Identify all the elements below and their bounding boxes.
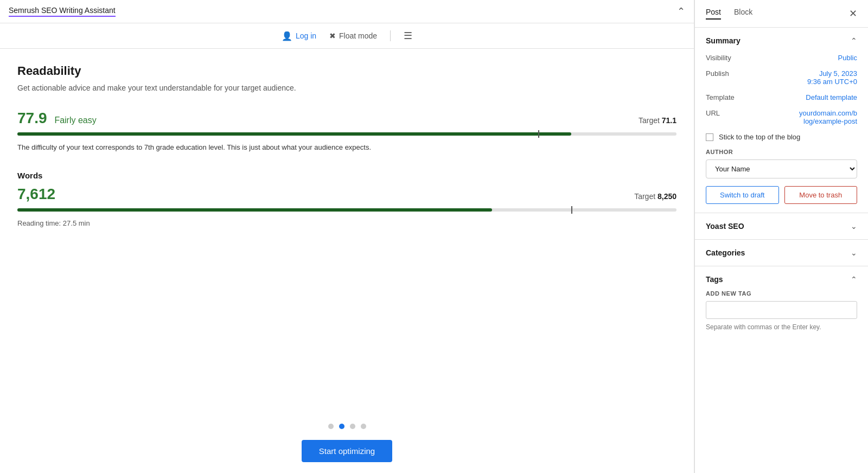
tag-hint: Separate with commas or the Enter key. <box>706 323 857 331</box>
categories-section: Categories ⌄ <box>695 240 868 266</box>
readability-description: Get actionable advice and make your text… <box>17 84 676 92</box>
url-key: URL <box>706 109 749 117</box>
publish-value[interactable]: July 5, 2023 9:36 am UTC+0 <box>807 69 857 86</box>
float-icon: ✖ <box>329 31 336 40</box>
right-tabs: Post Block <box>706 8 752 20</box>
words-value: 7,612 <box>17 186 55 203</box>
yoast-seo-title: Yoast SEO <box>706 222 744 231</box>
readability-title: Readability <box>17 64 676 78</box>
words-target: Target 8,250 <box>634 192 676 201</box>
template-value[interactable]: Default template <box>806 93 857 101</box>
summary-section: Summary ⌃ Visibility Public Publish July… <box>695 28 868 213</box>
summary-chevron-up-icon[interactable]: ⌃ <box>851 36 857 45</box>
add-tag-label: ADD NEW TAG <box>706 290 857 297</box>
plugin-header: Semrush SEO Writing Assistant ⌃ <box>0 0 694 23</box>
template-key: Template <box>706 93 749 101</box>
publish-key: Publish <box>706 69 749 78</box>
plugin-title: Semrush SEO Writing Assistant <box>9 6 116 17</box>
visibility-row: Visibility Public <box>706 54 857 62</box>
dots-row <box>328 424 366 429</box>
score-metric-row: 77.9 Fairly easy Target 71.1 <box>17 110 676 127</box>
main-content: Readability Get actionable advice and ma… <box>0 49 694 413</box>
tab-block[interactable]: Block <box>734 8 752 20</box>
tags-chevron-up-icon[interactable]: ⌃ <box>851 275 857 284</box>
tags-header: Tags ⌃ <box>706 275 857 284</box>
login-label: Log in <box>296 31 316 40</box>
tags-section: Tags ⌃ ADD NEW TAG Separate with commas … <box>695 266 868 340</box>
visibility-value[interactable]: Public <box>838 54 857 62</box>
categories-header[interactable]: Categories ⌄ <box>706 248 857 257</box>
publish-line1: July 5, 2023 <box>819 69 857 78</box>
chevron-up-icon[interactable]: ⌃ <box>677 5 685 17</box>
yoast-seo-header[interactable]: Yoast SEO ⌄ <box>706 222 857 231</box>
yoast-chevron-down-icon: ⌄ <box>851 222 857 231</box>
words-metric-row: 7,612 Target 8,250 <box>17 186 676 203</box>
readability-score-block: 77.9 Fairly easy Target 71.1 The difficu… <box>17 110 676 151</box>
url-row: URL yourdomain.com/b log/example-post <box>706 109 857 125</box>
toolbar: 👤 Log in ✖ Float mode ☰ <box>0 23 694 49</box>
words-label: Words <box>17 171 676 180</box>
url-line1: yourdomain.com/b <box>799 109 857 117</box>
tab-post[interactable]: Post <box>706 8 721 20</box>
categories-title: Categories <box>706 248 745 257</box>
sticky-label: Stick to the top of the blog <box>719 133 800 141</box>
bottom-section: Start optimizing <box>0 413 694 473</box>
dot-3[interactable] <box>350 424 355 429</box>
dot-2[interactable] <box>339 424 344 429</box>
right-panel: Post Block ✕ Summary ⌃ Visibility Public… <box>694 0 868 473</box>
float-mode-label: Float mode <box>339 31 377 40</box>
publish-line2: 9:36 am UTC+0 <box>807 78 857 86</box>
summary-header: Summary ⌃ <box>706 36 857 45</box>
url-value[interactable]: yourdomain.com/b log/example-post <box>799 109 857 125</box>
template-row: Template Default template <box>706 93 857 101</box>
score-description: The difficulty of your text corresponds … <box>17 143 676 151</box>
url-line2: log/example-post <box>803 117 857 125</box>
score-label: Fairly easy <box>54 116 96 125</box>
score-progress-marker <box>538 130 539 138</box>
user-icon: 👤 <box>282 31 292 41</box>
score-target: Target 71.1 <box>639 116 676 125</box>
toolbar-divider <box>390 30 391 41</box>
login-button[interactable]: 👤 Log in <box>282 31 316 41</box>
dot-1[interactable] <box>328 424 334 429</box>
score-progress-bar <box>17 132 676 136</box>
dot-4[interactable] <box>361 424 366 429</box>
score-value: 77.9 <box>17 110 47 126</box>
float-mode-button[interactable]: ✖ Float mode <box>329 31 377 40</box>
start-optimizing-button[interactable]: Start optimizing <box>302 440 392 462</box>
visibility-key: Visibility <box>706 54 749 62</box>
author-section: AUTHOR Your Name <box>706 149 857 178</box>
publish-row: Publish July 5, 2023 9:36 am UTC+0 <box>706 69 857 86</box>
categories-chevron-down-icon: ⌄ <box>851 248 857 257</box>
words-block: Words 7,612 Target 8,250 Reading time: 2… <box>17 171 676 227</box>
plugin-header-controls: ⌃ <box>677 5 685 17</box>
sticky-checkbox[interactable] <box>706 133 713 141</box>
summary-title: Summary <box>706 36 741 45</box>
score-progress-fill <box>17 132 571 136</box>
close-icon[interactable]: ✕ <box>849 8 857 20</box>
switch-to-draft-button[interactable]: Switch to draft <box>706 186 779 204</box>
sticky-checkbox-row: Stick to the top of the blog <box>706 133 857 141</box>
tags-title: Tags <box>706 275 723 284</box>
yoast-seo-section: Yoast SEO ⌄ <box>695 213 868 240</box>
reading-time: Reading time: 27.5 min <box>17 219 676 227</box>
author-label: AUTHOR <box>706 149 857 155</box>
tag-input[interactable] <box>706 301 857 319</box>
left-panel: Semrush SEO Writing Assistant ⌃ 👤 Log in… <box>0 0 694 473</box>
action-buttons: Switch to draft Move to trash <box>706 186 857 204</box>
words-progress-marker <box>571 206 572 214</box>
right-panel-header: Post Block ✕ <box>695 0 868 28</box>
author-select[interactable]: Your Name <box>706 159 857 178</box>
score-left: 77.9 Fairly easy <box>17 110 97 127</box>
menu-icon[interactable]: ☰ <box>404 30 412 42</box>
words-progress-bar <box>17 208 676 212</box>
words-progress-fill <box>17 208 492 212</box>
move-to-trash-button[interactable]: Move to trash <box>784 186 858 204</box>
